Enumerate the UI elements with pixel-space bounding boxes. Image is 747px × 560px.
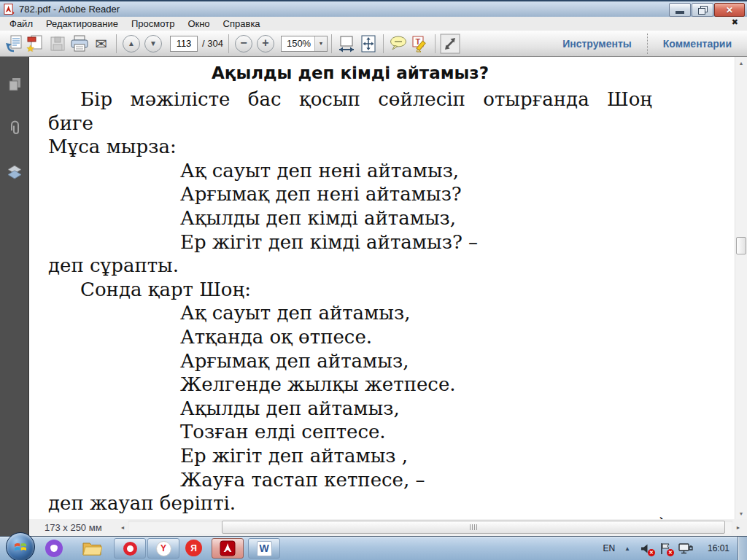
open-button[interactable]: [3, 33, 25, 55]
toolbar-close-icon[interactable]: ✖: [732, 18, 738, 27]
taskbar-opera-button[interactable]: [114, 538, 146, 559]
clipped-next-line: ): [659, 514, 666, 519]
zoom-level-select[interactable]: 150% ▼: [281, 36, 328, 52]
volume-muted-badge: ✕: [648, 549, 655, 556]
next-page-button[interactable]: ▼: [142, 33, 164, 55]
adobe-reader-app-icon: [4, 4, 15, 15]
doc-line: Ақ сауыт деп айтамыз,: [48, 301, 652, 325]
menu-item-file[interactable]: Файл: [3, 18, 39, 30]
print-button[interactable]: [69, 33, 90, 55]
volume-muted-icon[interactable]: ✕: [640, 542, 652, 555]
email-button[interactable]: ✉: [90, 33, 112, 55]
scrollbar-grip-icon: [470, 524, 477, 530]
doc-content: Ақылды деп кімді айтамыз?Бір мәжілісте б…: [48, 61, 652, 519]
taskbar-purple-app-button[interactable]: [45, 540, 63, 557]
folder-icon: [82, 540, 102, 557]
page-down-icon: ▼: [150, 40, 157, 47]
doc-line: Атқанда оқ өтпесе.: [48, 325, 652, 349]
zoom-level-value: 150%: [282, 38, 314, 49]
vertical-scrollbar-thumb[interactable]: [736, 237, 746, 254]
fit-width-button[interactable]: [336, 33, 357, 55]
start-button[interactable]: [6, 532, 35, 560]
horizontal-scrollbar-track[interactable]: [128, 521, 732, 534]
doc-line: Ер жігіт деп кімді айтамыз? –: [48, 230, 652, 254]
layers-button[interactable]: [6, 163, 23, 181]
close-button[interactable]: ✕: [714, 3, 745, 17]
yandex-browser-icon: Y: [156, 541, 171, 556]
word-icon: W: [257, 541, 272, 556]
doc-line: Ер жігіт деп айтамыз ,: [48, 444, 652, 468]
doc-line: Ақылды деп кімді айтамыз,: [48, 206, 652, 230]
fit-page-button[interactable]: [357, 33, 379, 55]
restore-button[interactable]: [692, 3, 713, 17]
doc-line: Тозған елді септесе.: [48, 420, 652, 444]
menu-item-help[interactable]: Справка: [217, 18, 267, 30]
save-button[interactable]: [47, 33, 69, 55]
menu-item-view[interactable]: Просмотр: [125, 18, 181, 30]
zoom-out-button[interactable]: −: [233, 33, 255, 55]
highlighter-icon: Т: [411, 34, 430, 53]
action-center-flag-icon[interactable]: ✕: [659, 542, 671, 555]
vertical-scrollbar[interactable]: ▲ ▼: [735, 57, 747, 519]
toolbar-separator: [435, 34, 436, 53]
scroll-up-icon[interactable]: ▲: [735, 57, 747, 69]
navigation-sidebar: [0, 57, 29, 536]
doc-line: Ақылды деп кімді айтамыз?: [48, 61, 652, 86]
document-page: Ақылды деп кімді айтамыз?Бір мәжілісте б…: [30, 57, 735, 519]
save-icon: [49, 35, 66, 52]
toolbar-separator: [228, 34, 229, 53]
prev-page-button[interactable]: ▲: [120, 33, 142, 55]
fit-page-icon: [359, 34, 378, 53]
windows-flag-icon: [13, 540, 28, 554]
reading-mode-button[interactable]: [439, 33, 461, 55]
page-thumbnails-button[interactable]: [6, 76, 23, 93]
page-number-input[interactable]: [170, 36, 198, 52]
highlight-text-button[interactable]: Т: [409, 33, 431, 55]
horizontal-scrollbar-thumb[interactable]: [222, 521, 725, 534]
envelope-icon: ✉: [96, 36, 108, 51]
purple-app-icon: [45, 540, 63, 557]
menu-item-edit[interactable]: Редактирование: [39, 18, 125, 30]
doc-line: Жауға тастап кетпесе, –: [48, 468, 652, 492]
plus-icon: +: [262, 37, 268, 49]
menu-item-window[interactable]: Окно: [181, 18, 216, 30]
action-center-badge: ✕: [667, 549, 674, 556]
scroll-left-icon[interactable]: ◄: [117, 521, 128, 534]
taskbar-adobe-reader-button[interactable]: [212, 538, 244, 559]
doc-line: Сонда қарт Шоң:: [48, 278, 652, 302]
minimize-button[interactable]: [669, 3, 691, 17]
tray-chevron-icon[interactable]: ▲: [624, 545, 630, 552]
minimize-icon: [676, 11, 684, 14]
doc-line: деп жауап беріпті.: [48, 491, 652, 516]
tools-button[interactable]: Инструменты: [547, 38, 647, 50]
taskbar-yandex-app-button[interactable]: Я: [185, 540, 202, 556]
scroll-right-icon[interactable]: ►: [732, 521, 744, 534]
opera-icon: [123, 542, 137, 556]
doc-line: Ақылды деп айтамыз,: [48, 397, 652, 421]
horizontal-scrollbar[interactable]: ◄ ►: [117, 521, 744, 534]
create-pdf-button[interactable]: ★: [25, 33, 47, 55]
taskbar-yandex-browser-button[interactable]: Y: [147, 538, 179, 559]
sticky-note-button[interactable]: [387, 33, 409, 55]
main-toolbar: ★ ✉ ▲ ▼ / 304: [0, 31, 747, 57]
comments-button[interactable]: Комментарии: [648, 38, 747, 50]
doc-line: Арғымақ деп айтамыз,: [48, 349, 652, 373]
language-indicator[interactable]: EN: [603, 543, 615, 553]
doc-line: Бір мәжілісте бас қосып сөйлесіп отырған…: [48, 88, 652, 135]
zoom-in-button[interactable]: +: [255, 33, 276, 55]
desktop: 782.pdf - Adobe Reader ✕ Файл Редактиров…: [0, 0, 747, 560]
close-icon: ✕: [726, 5, 733, 15]
yandex-ya-icon: Я: [185, 540, 202, 556]
clock[interactable]: 16:01: [708, 543, 729, 553]
toolbar-separator: [116, 34, 117, 53]
diagonal-arrows-icon: [440, 34, 460, 54]
taskbar-word-button[interactable]: W: [248, 538, 280, 559]
taskbar-explorer-button[interactable]: [82, 540, 102, 557]
doc-line: Мұса мырза:: [48, 135, 652, 159]
show-desktop-button[interactable]: [738, 537, 747, 560]
window-title: 782.pdf - Adobe Reader: [19, 4, 120, 15]
scroll-down-icon[interactable]: ▼: [735, 508, 747, 519]
network-icon[interactable]: [678, 542, 693, 555]
system-tray: EN ▲ ✕ ✕: [603, 537, 729, 560]
attachments-button[interactable]: [6, 120, 23, 137]
